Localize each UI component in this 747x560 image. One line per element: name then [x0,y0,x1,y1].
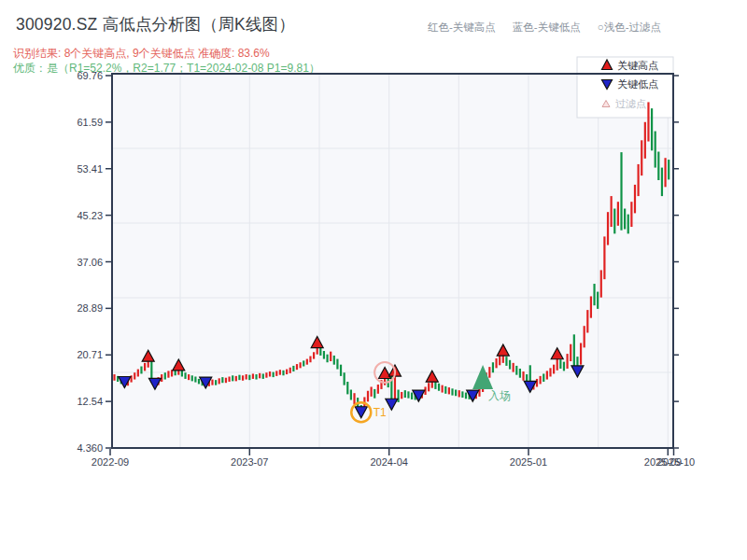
candle [252,373,254,378]
y-axis-label: 53.41 [77,163,103,175]
y-axis-label: 45.23 [77,210,103,221]
candle [407,391,409,398]
y-axis-label: 37.06 [77,257,103,268]
candle [218,378,220,384]
candle [451,388,453,395]
candle [248,375,250,380]
candle [499,356,500,365]
candle [333,356,335,365]
x-axis-label: 2022-09 [92,456,129,468]
candle [275,371,277,375]
candle [255,374,257,379]
x-axis-label: 2023-07 [231,456,268,468]
candle [411,393,413,399]
candle [181,371,183,377]
candle [495,358,497,368]
candle [198,379,200,384]
candle [563,362,565,371]
candle [573,334,575,367]
candle [225,378,227,383]
candle [668,160,669,179]
y-axis-label: 61.59 [77,117,103,128]
candle [603,236,605,279]
candle [191,375,193,381]
candle [553,365,555,374]
candle [651,108,653,150]
candle [286,370,288,374]
candle [164,372,166,379]
candle [377,385,379,394]
candle [235,376,237,381]
kline-analysis-page: { "header": { "title": "300920.SZ 高低点分析图… [0,0,747,560]
candle [228,376,230,381]
candle [221,377,223,383]
candle [461,391,463,398]
candle [657,152,659,181]
candle [620,152,622,231]
plot-background [113,74,672,448]
candle [215,380,217,385]
candle [273,372,275,377]
candle [282,371,284,375]
y-axis-label: 4.360 [77,442,103,454]
candle [401,392,402,399]
candle [350,390,352,400]
candle [374,389,375,399]
candle [404,390,406,398]
candle [624,209,626,230]
x-axis-label-overlap: 2025-10 [657,456,695,468]
candle [644,122,646,159]
candle [330,352,331,361]
candle [590,296,592,317]
legend-filter-label: 过滤点 [615,98,646,109]
candle [584,326,585,347]
candle [570,344,571,361]
candle [194,376,196,382]
candle [113,374,115,381]
legend-key-low-label: 关键低点 [617,78,658,90]
candle [242,375,244,380]
candle [607,212,609,245]
candle [611,196,613,227]
candle [323,351,325,359]
candle [211,380,213,385]
candle [292,366,294,371]
candle [300,362,302,368]
candle [428,383,430,391]
candle [265,372,267,377]
y-axis-label: 20.71 [77,349,103,360]
candle [509,360,511,370]
candle [232,375,233,381]
y-axis-label: 12.54 [77,396,103,407]
candle [465,393,467,399]
candle [597,292,599,309]
candle [309,357,311,363]
candle [580,343,582,364]
candle [134,372,135,379]
candle [344,372,345,385]
candle [519,369,521,378]
candle [566,354,568,369]
candle [279,370,281,374]
candle [613,209,615,234]
entry-label: 入场 [488,389,511,402]
candle [664,158,666,187]
x-axis-label: 2025-01 [510,456,547,468]
candle [326,355,328,363]
candle [559,359,561,369]
candle [515,366,517,375]
candle [269,371,271,376]
candle [144,363,146,371]
candle [448,387,450,394]
candle [627,215,629,234]
candle [647,102,649,141]
candle [455,390,457,397]
candle [641,140,642,175]
candle [522,371,524,381]
candle [505,357,507,366]
y-axis-label: 69.76 [77,70,103,81]
y-axis-label: 28.89 [77,302,103,314]
candle [492,362,494,372]
candle [513,363,514,372]
candle [262,373,264,378]
